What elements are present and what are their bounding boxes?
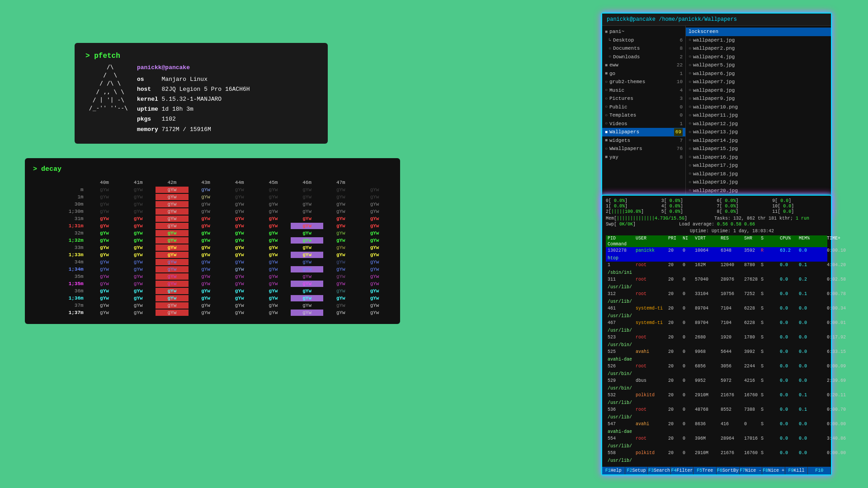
pfetch-field-host: host 82JQ Legion 5 Pro 16ACH6H	[137, 84, 250, 94]
table-row: 1;36m gYw gYw gYw gYw gYw gYw gYw gYw gY…	[34, 295, 391, 301]
table-row: 33m gYw gYw gYw gYw gYw gYw gYw gYw gYw	[34, 244, 391, 251]
fm-item[interactable]: ■ yay 8	[602, 153, 685, 162]
pfetch-art: /\ / \ / /\ \ / ,, \ \ / | '| -\ /_-'' '…	[85, 63, 128, 112]
htop-row: 1302278 panickk 20 0 10064 6348 3592 R 6…	[606, 247, 827, 262]
fm-item-wallpapers[interactable]: ■ Wallpapers 69	[602, 128, 685, 136]
arrow-icon: ↳	[609, 37, 611, 43]
htop-meters: 0[ 0.0%] 3[ 0.0%] 6[ 0.0%] 9[ 0.0] 1[ 0.…	[606, 198, 827, 214]
fm-item-lockscreen[interactable]: lockscreen	[686, 28, 831, 36]
fm-item[interactable]: ■ eww 22	[602, 61, 685, 70]
fm-item[interactable]: ○ Public 0	[602, 103, 685, 112]
decay-col-42m: 42m	[156, 179, 189, 186]
table-row: 31m gYw gYw gYw gYw gYw gYw gYw gYw gYw	[34, 216, 391, 222]
fm-item[interactable]: ○ wallpaper19.jpg	[686, 178, 831, 187]
fm-item[interactable]: ○ wallpaper17.jpg	[686, 161, 831, 170]
decay-col-46m: 46m	[291, 179, 324, 186]
table-row: 30m gYw gYw gYw gYw gYw gYw gYw gYw gYw	[34, 201, 391, 207]
pfetch-prompt: > pfetch	[85, 52, 317, 60]
fm-item[interactable]: ○ wallpaper9.jpg	[686, 94, 831, 103]
fm-item[interactable]: ○ Downloads 2	[602, 53, 685, 61]
htop-meter-3: 3[ 0.0%]	[661, 198, 717, 203]
pfetch-field-uptime: uptime 1d 18h 3m	[137, 104, 250, 114]
htop-f3-search[interactable]: F3Search	[648, 467, 671, 474]
fm-item[interactable]: ○ wallpaper2.png	[686, 44, 831, 53]
htop-row: 529dbus 200 995259724216 S0.00.0 2:39.69…	[606, 377, 827, 392]
htop-f10[interactable]: F10	[808, 467, 831, 474]
table-row: 32m gYw gYw gYw gYw gYw gYw gYw gYw gYw	[34, 230, 391, 236]
fm-item[interactable]: ○ wallpaper1.jpg	[686, 36, 831, 45]
fm-item[interactable]: ○ wallpaper18.jpg	[686, 170, 831, 178]
table-row: 1m gYw gYw gYw gYw gYw gYw gYw gYw gYw	[34, 194, 391, 200]
fm-item[interactable]: ○ wallpaper16.jpg	[686, 153, 831, 162]
pfetch-field-os: os Manjaro Linux	[137, 75, 250, 84]
pfetch-field-memory: memory 7172M / 15916M	[137, 125, 250, 135]
fm-item[interactable]: ↳ Desktop 6	[602, 36, 685, 45]
fm-item[interactable]: ■ go 1	[602, 70, 685, 78]
fm-item[interactable]: ○ wallpaper4.jpg	[686, 53, 831, 61]
htop-row: 532polkitd 200 2910M2167616760 S0.00.1 0…	[606, 392, 827, 406]
htop-meter-6: 6[ 0.0%]	[717, 198, 772, 203]
fm-item[interactable]: ○ wallpaper8.jpg	[686, 86, 831, 95]
htop-meter-9: 9[ 0.0]	[772, 198, 827, 203]
fm-item[interactable]: ○ wallpaper7.jpg	[686, 78, 831, 86]
htop-meter-8: 8[ 0.0%]	[717, 209, 772, 214]
htop-row: 536root 200 4876885527388 S0.00.1 0:00.7…	[606, 406, 827, 421]
table-row: 34m gYw gYw gYw gYw gYw gYw gYw gYw gYw	[34, 259, 391, 265]
fm-item[interactable]: ○ wallpaper6.jpg	[686, 70, 831, 78]
htop-f5-tree[interactable]: F5Tree	[693, 467, 717, 474]
decay-window: > decay 40m 41m 42m 43m 44m 45m 46m 47m …	[25, 158, 400, 324]
fm-item[interactable]: ■ widgets 7	[602, 136, 685, 145]
fm-item[interactable]: ○ wallpaper10.png	[686, 103, 831, 112]
fm-item[interactable]: ○ Videos 1	[602, 120, 685, 128]
htop-row: 523root 200 268019201780 S0.00.0 0:17.92…	[606, 334, 827, 348]
fm-item[interactable]: ○ Music 4	[602, 86, 685, 95]
htop-f8-nice-plus[interactable]: F8Nice +	[762, 467, 785, 474]
htop-table-header: PID USER PRI NI VIRT RES SHR S CPU% MEM%…	[606, 235, 827, 247]
htop-meter-11: 11[ 0.0]	[772, 209, 827, 214]
pfetch-window: > pfetch /\ / \ / /\ \ / ,, \ \ / | '| -…	[75, 43, 328, 144]
fm-item[interactable]: ○ Pictures 3	[602, 94, 685, 103]
pfetch-info: panickk@pancake os Manjaro Linux host 82…	[137, 63, 250, 135]
htop-body: 0[ 0.0%] 3[ 0.0%] 6[ 0.0%] 9[ 0.0] 1[ 0.…	[602, 196, 831, 467]
table-row: 1;32m gYw gYw gYw gYw gYw gYw gYw gYw gY…	[34, 237, 391, 244]
htop-meter-4: 4[ 0.0%]	[661, 204, 717, 209]
fm-item[interactable]: ○ grub2-themes 10	[602, 78, 685, 86]
htop-row: 547avahi 200 86364160 S0.00.0 0:00.00ava…	[606, 421, 827, 435]
htop-f2-setup[interactable]: F2Setup	[625, 467, 648, 474]
htop-mem: Mem[||||||||||||||4.73G/15.5G] Tasks: 13…	[606, 216, 827, 221]
fm-item[interactable]: ○ wallpaper12.jpg	[686, 120, 831, 128]
decay-prompt: > decay	[33, 165, 392, 173]
htop-f7-nice-minus[interactable]: F7Nice -	[740, 467, 763, 474]
fm-item[interactable]: ○ Documents 8	[602, 44, 685, 53]
pfetch-field-kernel: kernel 5.15.32-1-MANJARO	[137, 94, 250, 104]
table-row: 1;37m gYw gYw gYw gYw gYw gYw gYw gYw gY…	[34, 310, 391, 316]
htop-f9-kill[interactable]: F9Kill	[785, 467, 808, 474]
fm-item[interactable]: ○ wallpaper11.jpg	[686, 111, 831, 120]
htop-f6-sortby[interactable]: F6SortBy	[717, 467, 740, 474]
htop-row: 311root 200 570402897627628 S0.00.2 0:02…	[606, 276, 827, 291]
table-row: 37m gYw gYw gYw gYw gYw gYw gYw gYw gYw	[34, 302, 391, 309]
htop-f1-help[interactable]: F1Help	[602, 467, 625, 474]
fm-item[interactable]: ○ wallpaper13.jpg	[686, 128, 831, 136]
table-row: 35m gYw gYw gYw gYw gYw gYw gYw gYw gYw	[34, 273, 391, 280]
htop-f4-filter[interactable]: F4Filter	[671, 467, 694, 474]
fm-item[interactable]: ■ pani~	[602, 28, 685, 36]
fm-item[interactable]: ○ wallpaper5.jpg	[686, 61, 831, 70]
table-row: 1;33m gYw gYw gYw gYw gYw gYw gYw gYw gY…	[34, 252, 391, 258]
htop-window: 0[ 0.0%] 3[ 0.0%] 6[ 0.0%] 9[ 0.0] 1[ 0.…	[601, 195, 832, 475]
table-row: 1;35m gYw gYw gYw gYw gYw gYw gYw gYw gY…	[34, 281, 391, 287]
fm-col-dirs: ■ pani~ ↳ Desktop 6 ○ Documents 8 ○ Down…	[602, 26, 686, 205]
htop-meter-1: 1[ 0.0%]	[606, 204, 661, 209]
htop-row: 461systemd-ti 200 8970471046228 S0.00.0 …	[606, 305, 827, 319]
decay-col-40m: 40m	[88, 179, 121, 186]
decay-col-45m: 45m	[257, 179, 290, 186]
decay-col-44m: 44m	[223, 179, 256, 186]
fm-item[interactable]: ○ Templates 0	[602, 111, 685, 120]
fm-item[interactable]: ○ WWallpapers 76	[602, 145, 685, 153]
htop-row: 1 root 200 162M120408780 S0.00.1 4:04.20…	[606, 262, 827, 276]
fm-item[interactable]: ○ wallpaper15.jpg	[686, 145, 831, 153]
pfetch-user: panickk@pancake	[137, 63, 250, 73]
decay-col-41m: 41m	[122, 179, 155, 186]
fm-item[interactable]: ○ wallpaper14.jpg	[686, 136, 831, 145]
fm-item[interactable]: ○ wallpaper20.jpg	[686, 187, 831, 195]
